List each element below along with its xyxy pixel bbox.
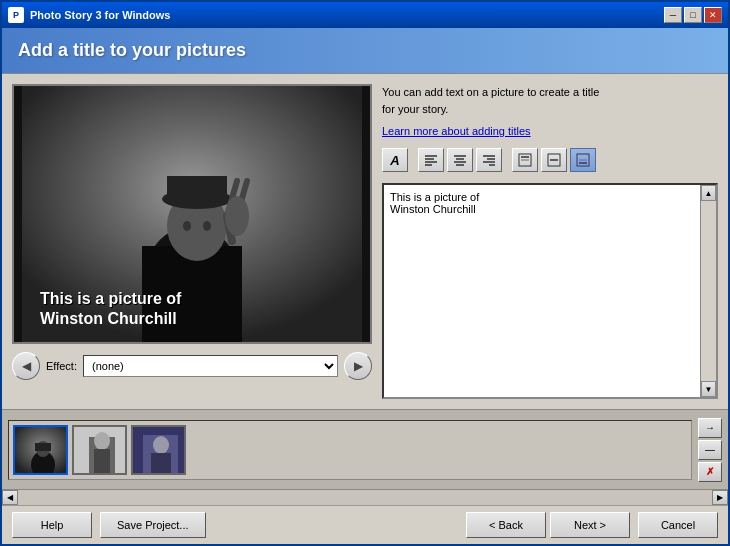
photo-frame: This is a picture of Winston Churchill — [12, 84, 372, 344]
svg-point-13 — [225, 196, 249, 236]
photo-image: This is a picture of Winston Churchill — [22, 86, 362, 342]
svg-rect-40 — [35, 443, 51, 451]
bottom-bar: Help Save Project... < Back Next > Cance… — [2, 505, 728, 544]
back-button[interactable]: < Back — [466, 512, 546, 538]
scroll-track-h[interactable] — [18, 490, 712, 505]
svg-rect-44 — [94, 449, 110, 474]
main-window: P Photo Story 3 for Windows ─ □ ✕ Add a … — [0, 0, 730, 546]
align-center-button[interactable] — [447, 148, 473, 172]
film-thumbnail-3[interactable] — [131, 425, 186, 475]
page-header: Add a title to your pictures — [2, 28, 728, 74]
scroll-left-button[interactable]: ◀ — [2, 490, 18, 505]
svg-point-9 — [203, 221, 211, 231]
position-top-button[interactable] — [512, 148, 538, 172]
effect-row: Effect: (none) — [46, 355, 338, 377]
effect-select[interactable]: (none) — [83, 355, 338, 377]
nav-group: < Back Next > — [466, 512, 630, 538]
svg-text:This is a picture of: This is a picture of — [40, 290, 182, 307]
scroll-up-button[interactable]: ▲ — [701, 185, 716, 201]
cancel-button[interactable]: Cancel — [638, 512, 718, 538]
filmstrip-back-button[interactable]: — — [698, 440, 722, 460]
page-title: Add a title to your pictures — [18, 40, 712, 61]
main-content: This is a picture of Winston Churchill ◀… — [2, 74, 728, 409]
position-mid-button[interactable] — [541, 148, 567, 172]
filmstrip-content — [8, 420, 692, 480]
minimize-button[interactable]: ─ — [664, 7, 682, 23]
save-project-button[interactable]: Save Project... — [100, 512, 206, 538]
next-photo-button[interactable]: ▶ — [344, 352, 372, 380]
photo-navigation: ◀ Effect: (none) ▶ — [12, 352, 372, 380]
scroll-track[interactable] — [701, 201, 716, 381]
font-button[interactable]: A — [382, 148, 408, 172]
left-panel: This is a picture of Winston Churchill ◀… — [12, 84, 372, 399]
filmstrip-area: → — ✗ — [2, 409, 728, 489]
svg-rect-48 — [151, 453, 171, 475]
filmstrip-forward-button[interactable]: → — [698, 418, 722, 438]
scroll-right-button[interactable]: ▶ — [712, 490, 728, 505]
svg-point-8 — [183, 221, 191, 231]
filmstrip-section: → — ✗ ◀ ▶ — [2, 409, 728, 505]
effect-label: Effect: — [46, 360, 77, 372]
svg-point-43 — [94, 432, 110, 450]
window-controls: ─ □ ✕ — [664, 7, 722, 23]
svg-text:Winston Churchill: Winston Churchill — [40, 310, 177, 327]
app-icon: P — [8, 7, 24, 23]
scroll-down-button[interactable]: ▼ — [701, 381, 716, 397]
svg-point-47 — [153, 436, 169, 454]
hint-text: You can add text on a picture to create … — [382, 84, 718, 117]
window-title: Photo Story 3 for Windows — [30, 9, 658, 21]
text-scrollbar: ▲ ▼ — [700, 185, 716, 397]
horizontal-scrollbar: ◀ ▶ — [2, 489, 728, 505]
text-area-container: This is a picture of Winston Churchill ▲… — [382, 183, 718, 399]
film-thumbnail-2[interactable] — [72, 425, 127, 475]
prev-photo-button[interactable]: ◀ — [12, 352, 40, 380]
right-panel: You can add text on a picture to create … — [382, 84, 718, 399]
caption-textarea[interactable]: This is a picture of Winston Churchill — [384, 185, 700, 397]
next-button[interactable]: Next > — [550, 512, 630, 538]
align-left-button[interactable] — [418, 148, 444, 172]
position-bot-button[interactable] — [570, 148, 596, 172]
text-toolbar: A — [382, 145, 718, 175]
filmstrip-side-buttons: → — ✗ — [698, 418, 722, 482]
film-thumbnail-1[interactable] — [13, 425, 68, 475]
title-bar: P Photo Story 3 for Windows ─ □ ✕ — [2, 2, 728, 28]
maximize-button[interactable]: □ — [684, 7, 702, 23]
learn-more-link[interactable]: Learn more about adding titles — [382, 125, 531, 137]
help-button[interactable]: Help — [12, 512, 92, 538]
filmstrip-remove-button[interactable]: ✗ — [698, 462, 722, 482]
svg-rect-7 — [167, 176, 227, 204]
align-right-button[interactable] — [476, 148, 502, 172]
close-button[interactable]: ✕ — [704, 7, 722, 23]
photo-inner: This is a picture of Winston Churchill — [14, 86, 370, 342]
